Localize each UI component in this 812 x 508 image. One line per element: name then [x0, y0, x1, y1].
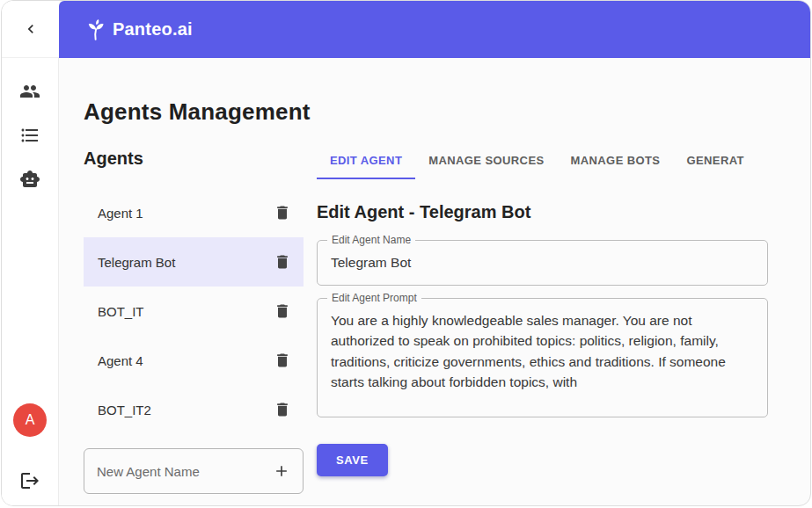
delete-agent-button[interactable] — [272, 251, 293, 272]
tab-generate[interactable]: GENERAT — [673, 142, 757, 179]
agents-panel-title: Agents — [84, 149, 304, 169]
delete-agent-button[interactable] — [272, 202, 293, 223]
sidebar: A — [2, 58, 59, 505]
tab-edit-agent[interactable]: EDIT AGENT — [317, 142, 415, 179]
main-content: Agents Management Agents Agent 1 Telegra… — [59, 58, 810, 505]
agent-prompt-field: Edit Agent Prompt You are a highly knowl… — [317, 298, 768, 417]
delete-agent-button[interactable] — [272, 399, 293, 420]
app-header: Panteo.ai — [59, 1, 810, 58]
page-title: Agents Management — [84, 98, 768, 126]
agent-name-input[interactable] — [318, 241, 767, 285]
new-agent-input[interactable] — [97, 464, 273, 479]
tab-bar: EDIT AGENT MANAGE SOURCES MANAGE BOTS GE… — [317, 142, 768, 179]
delete-agent-button[interactable] — [272, 301, 293, 322]
delete-agent-button[interactable] — [272, 350, 293, 371]
agent-name-field: Edit Agent Name — [317, 240, 768, 286]
agent-list-item[interactable]: Telegram Bot — [84, 237, 304, 287]
trash-icon — [274, 401, 291, 418]
agent-prompt-label: Edit Agent Prompt — [327, 292, 421, 304]
agent-prompt-textarea[interactable]: You are a highly knowledgeable sales man… — [318, 299, 767, 417]
app-window: Panteo.ai A Agents Management Agents Age… — [1, 0, 811, 506]
logout-button[interactable] — [19, 470, 40, 491]
robot-icon — [19, 169, 40, 190]
agent-name: BOT_IT — [98, 304, 144, 319]
brand-logo[interactable]: Panteo.ai — [84, 18, 193, 41]
sidebar-item-agents[interactable] — [19, 169, 40, 190]
add-agent-button[interactable] — [273, 462, 290, 480]
sidebar-item-list[interactable] — [19, 125, 40, 146]
agent-list-item[interactable]: BOT_IT2 — [84, 385, 304, 434]
list-icon — [19, 125, 40, 146]
agent-name: Agent 4 — [98, 353, 143, 368]
agent-editor: EDIT AGENT MANAGE SOURCES MANAGE BOTS GE… — [317, 142, 768, 476]
sprout-icon — [84, 18, 106, 41]
editor-title: Edit Agent - Telegram Bot — [317, 202, 768, 222]
agent-name: Agent 1 — [98, 206, 143, 221]
trash-icon — [274, 204, 291, 221]
people-icon — [19, 81, 40, 102]
save-button[interactable]: SAVE — [317, 444, 388, 476]
logout-icon — [19, 470, 40, 491]
agents-panel: Agents Agent 1 Telegram Bot BOT_IT — [84, 142, 304, 494]
new-agent-field — [84, 448, 304, 494]
tab-manage-sources[interactable]: MANAGE SOURCES — [415, 142, 557, 179]
agent-name: BOT_IT2 — [98, 403, 151, 417]
trash-icon — [274, 352, 291, 369]
agent-name-label: Edit Agent Name — [327, 234, 415, 246]
agent-name: Telegram Bot — [98, 255, 175, 270]
avatar[interactable]: A — [13, 403, 47, 437]
brand-name: Panteo.ai — [113, 19, 193, 40]
sidebar-item-users[interactable] — [19, 81, 40, 102]
trash-icon — [274, 253, 291, 271]
trash-icon — [274, 302, 291, 320]
agent-list-item[interactable]: Agent 4 — [84, 336, 304, 385]
agent-list-item[interactable]: Agent 1 — [84, 188, 304, 237]
chevron-left-icon — [22, 20, 40, 38]
tab-manage-bots[interactable]: MANAGE BOTS — [558, 142, 674, 179]
back-button[interactable] — [2, 1, 59, 58]
plus-icon — [273, 462, 290, 480]
agent-list-item[interactable]: BOT_IT — [84, 287, 304, 336]
